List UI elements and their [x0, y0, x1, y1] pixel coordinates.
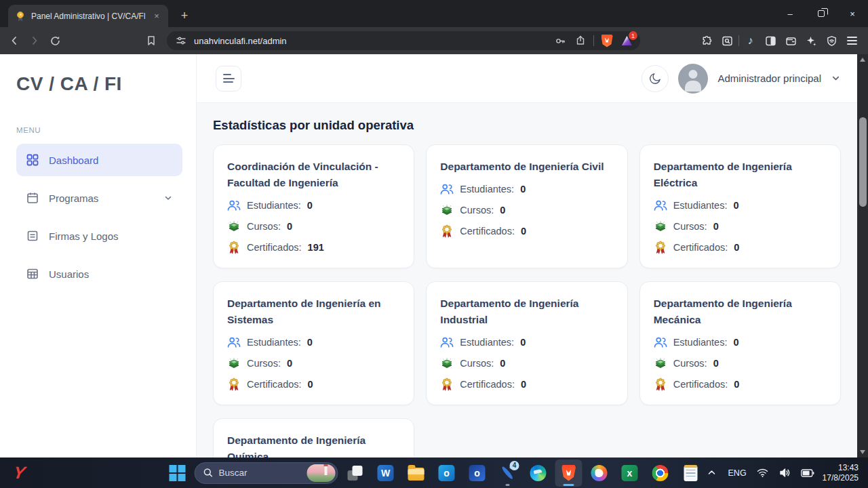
- page-viewport: CV / CA / FI MENU Dashboard Programas: [0, 54, 868, 458]
- certificates-medal-icon: [227, 378, 241, 391]
- page-scrollbar[interactable]: [857, 54, 868, 458]
- search-placeholder: Buscar: [219, 468, 302, 478]
- chrome-icon: [652, 465, 669, 481]
- taskbar-search[interactable]: Buscar: [195, 462, 338, 484]
- brave-icon: [561, 465, 576, 481]
- sidebar-item-dashboard[interactable]: Dashboard: [16, 144, 182, 176]
- leo-ai-sparkle-icon[interactable]: [802, 32, 821, 50]
- brave-shields-icon[interactable]: [599, 33, 614, 48]
- share-icon[interactable]: [573, 33, 588, 48]
- sidebar-item-firmas-y-logos[interactable]: Firmas y Logos: [16, 220, 182, 252]
- chrome-button[interactable]: [647, 460, 674, 487]
- stat-value: 0: [500, 358, 505, 369]
- wifi-icon[interactable]: [754, 463, 772, 483]
- stat-label: Estudiantes:: [673, 337, 728, 348]
- music-icon[interactable]: ♪: [741, 32, 760, 50]
- card-title: Departamento de Ingeniería Industrial: [440, 296, 613, 328]
- notepad-button[interactable]: [677, 460, 705, 487]
- students-stat: Estudiantes:0: [654, 199, 827, 212]
- tray-chevron-up-icon[interactable]: [703, 463, 721, 483]
- word-button[interactable]: W: [372, 460, 399, 487]
- reload-button[interactable]: [45, 30, 65, 51]
- volume-icon[interactable]: [776, 463, 794, 483]
- stat-value: 0: [520, 337, 526, 348]
- students-icon: [227, 199, 241, 212]
- wallet-icon[interactable]: [782, 32, 800, 50]
- new-tab-button[interactable]: +: [175, 6, 194, 25]
- moon-icon: [648, 72, 662, 85]
- avatar[interactable]: [678, 64, 708, 94]
- sidebar-item-label: Programas: [49, 192, 98, 204]
- taskbar-center: Buscar W o o 4 x: [164, 458, 705, 488]
- outlook-new-button[interactable]: o: [464, 460, 491, 487]
- site-settings-icon[interactable]: [174, 33, 189, 48]
- courses-books-icon: [654, 357, 667, 370]
- browser-toolbar: unahvinculafi.net/admin 1 ♪: [0, 27, 868, 54]
- sidebar: CV / CA / FI MENU Dashboard Programas: [0, 54, 197, 458]
- extension-badge-icon[interactable]: 1: [620, 33, 635, 48]
- search-tabs-icon[interactable]: [718, 32, 736, 50]
- stat-label: Estudiantes:: [247, 200, 301, 211]
- search-icon: [203, 468, 214, 478]
- sidebar-item-usuarios[interactable]: Usuarios: [16, 258, 182, 290]
- certificates-medal-icon: [440, 378, 454, 391]
- sidebar-item-label: Firmas y Logos: [49, 230, 119, 242]
- page-header: Administrador principal: [197, 54, 857, 103]
- side-panel-icon[interactable]: [762, 32, 780, 50]
- courses-books-icon: [227, 220, 241, 233]
- outlook-button[interactable]: o: [433, 460, 460, 487]
- courses-stat: Cursos:0: [227, 220, 400, 233]
- extensions-puzzle-icon[interactable]: [698, 32, 716, 50]
- sidebar-item-programas[interactable]: Programas: [16, 182, 182, 214]
- forward-button[interactable]: [24, 30, 45, 51]
- scroll-up-arrow-icon[interactable]: [860, 58, 865, 62]
- scrollbar-thumb[interactable]: [859, 117, 867, 207]
- search-highlight-image[interactable]: [307, 464, 336, 482]
- back-button[interactable]: [4, 30, 24, 51]
- address-bar[interactable]: unahvinculafi.net/admin 1: [167, 31, 640, 50]
- password-manager-button[interactable]: 4: [494, 460, 521, 487]
- restore-button[interactable]: [806, 0, 837, 27]
- courses-books-icon: [440, 203, 454, 217]
- file-explorer-button[interactable]: [403, 460, 430, 487]
- courses-stat: Cursos:0: [440, 357, 613, 370]
- content-area: Estadísticas por unidad operativa Coordi…: [197, 103, 857, 458]
- dark-mode-toggle[interactable]: [642, 65, 669, 92]
- copilot-button[interactable]: [586, 460, 613, 487]
- main-area: Administrador principal Estadísticas por…: [197, 54, 857, 458]
- bookmark-icon[interactable]: [141, 30, 161, 51]
- close-button[interactable]: ×: [837, 0, 868, 27]
- card-title: Departamento de Ingeniería Química: [227, 432, 400, 458]
- stat-label: Cursos:: [460, 205, 494, 216]
- corner-app-logo[interactable]: Y: [12, 463, 26, 483]
- stat-value: 0: [734, 379, 739, 390]
- tab-close-icon[interactable]: ×: [151, 10, 163, 22]
- password-key-icon[interactable]: [553, 33, 568, 48]
- task-view-button[interactable]: [342, 460, 369, 487]
- excel-icon: x: [622, 465, 638, 481]
- scroll-down-arrow-icon[interactable]: [860, 450, 865, 454]
- stat-value: 0: [287, 221, 292, 232]
- browser-tab[interactable]: Panel Administrativo | CV/CA/FI ×: [8, 5, 168, 27]
- chevron-down-icon[interactable]: [831, 73, 841, 83]
- excel-button[interactable]: x: [616, 460, 644, 487]
- students-stat: Estudiantes:0: [227, 336, 400, 349]
- language-indicator[interactable]: ENG: [726, 468, 749, 478]
- sidebar-collapse-button[interactable]: [216, 66, 241, 92]
- vpn-shield-icon[interactable]: [823, 32, 841, 50]
- task-view-icon: [348, 466, 363, 481]
- start-button[interactable]: [164, 460, 191, 487]
- url-text[interactable]: unahvinculafi.net/admin: [194, 36, 547, 46]
- restore-icon: [818, 10, 825, 17]
- minimize-button[interactable]: –: [774, 0, 806, 27]
- menu-hamburger-icon[interactable]: [843, 32, 861, 50]
- edge-button[interactable]: [525, 460, 552, 487]
- brave-button[interactable]: [555, 460, 583, 487]
- clock[interactable]: 13:43 17/8/2025: [821, 463, 863, 483]
- students-stat: Estudiantes:0: [440, 336, 613, 349]
- tab-favicon-medal-icon: [15, 11, 26, 22]
- battery-icon[interactable]: [799, 463, 816, 483]
- students-icon: [654, 199, 667, 212]
- document-lines-icon: [26, 229, 39, 243]
- certificates-stat: Certificados:191: [227, 241, 400, 254]
